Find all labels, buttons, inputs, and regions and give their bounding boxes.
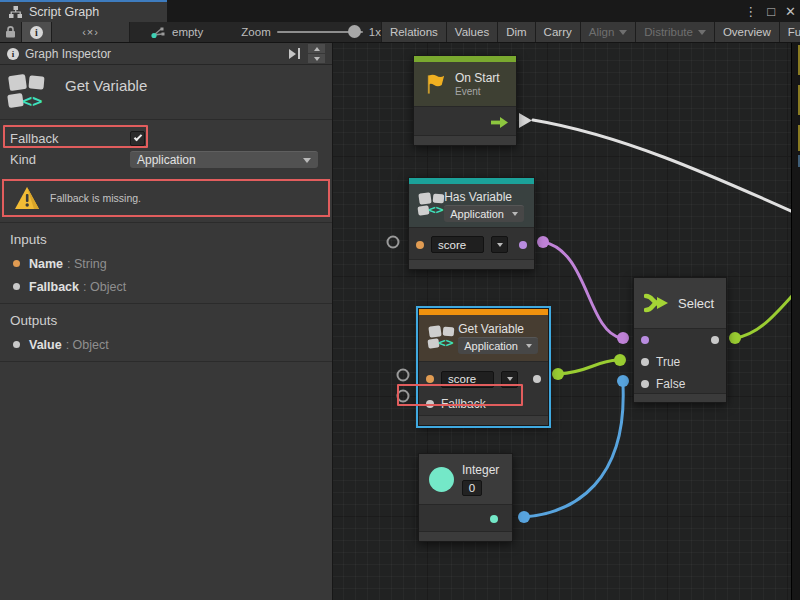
code-icon: ‹×› [82,26,99,38]
node-header: Select [634,278,726,328]
breadcrumb-empty-label[interactable]: empty [172,26,203,38]
unit-header: <> Get Variable [0,65,332,120]
zoom-slider-handle[interactable] [348,25,361,38]
port-selection-output[interactable] [711,336,719,344]
title-bar: Script Graph ⋮ □ ✕ [0,0,800,22]
unit-title: Get Variable [65,74,147,94]
port-integer-output[interactable] [518,511,530,523]
fallback-property-label: Fallback [10,131,58,146]
node-body [419,504,512,532]
control-arrow-icon[interactable] [491,117,508,128]
control-output-triangle-port[interactable] [519,113,532,128]
node-header: <> Get Variable Application [419,315,548,361]
chevron-down-icon [698,30,706,35]
graph-inspector-panel: i Graph Inspector <> Get Variable Fallba… [0,43,333,600]
wire-on-start [533,120,800,215]
info-icon: i [7,48,19,60]
port-fallback-input[interactable] [426,400,434,408]
toolbar-left-group: i ‹×› [0,22,130,42]
full-screen-button[interactable]: Full Screen [780,22,800,42]
warning-icon [14,186,40,210]
divider [0,361,332,362]
ring-port-get-variable-name[interactable] [398,370,409,381]
node-on-start[interactable]: On Start Event [413,55,517,146]
spinner-down-button[interactable] [308,54,325,63]
node-footer [419,416,548,425]
variable-kind-dropdown[interactable]: Application [444,205,524,222]
node-subtitle: Event [455,86,500,97]
port-select-output[interactable] [729,332,741,344]
variable-kind-dropdown[interactable]: Application [458,337,538,354]
variable-icon: <> [419,192,436,219]
kind-dropdown[interactable]: Application [130,151,318,168]
graph-toolbar: i ‹×› empty Zoom 1x Relations Values Dim [0,22,800,43]
port-select-false-input[interactable] [617,375,629,387]
node-has-variable[interactable]: <> Has Variable Application score [408,177,535,270]
tab-script-graph[interactable]: Script Graph [0,0,167,22]
port-get-variable-output[interactable] [552,368,564,380]
close-icon[interactable]: ✕ [785,4,796,19]
port-select-true-input[interactable] [614,354,626,366]
node-select[interactable]: Select True False [633,277,727,403]
inputs-section-title: Inputs [0,223,332,252]
fallback-port-label: Fallback [441,397,486,411]
node-footer [414,136,516,145]
port-name-input[interactable] [416,241,424,249]
chevron-down-icon [507,377,513,381]
node-header: On Start Event [414,62,516,106]
wires-layer [333,43,800,600]
distribute-dropdown[interactable]: Distribute [636,22,715,42]
integer-value-field[interactable]: 0 [462,480,482,496]
node-body: score Fallback [419,361,548,416]
relations-button[interactable]: Relations [381,22,447,42]
info-toggle-button[interactable]: i [22,22,52,42]
maximize-icon[interactable]: □ [767,4,775,19]
port-false-input[interactable] [641,380,649,388]
variable-name-field[interactable]: score [431,236,484,253]
ring-port-get-variable-fallback[interactable] [398,391,409,402]
node-title: Integer [462,463,499,477]
ring-port-has-variable[interactable] [388,237,399,248]
node-body: score [409,227,534,260]
toolbar-right-group: Relations Values Dim Carry Align Distrib… [381,22,800,42]
node-title: On Start [455,71,500,85]
node-footer [634,394,726,402]
info-icon: i [30,26,43,39]
fallback-property-row: Fallback [0,128,332,149]
zoom-slider[interactable] [277,31,363,33]
variable-name-field[interactable]: score [441,371,494,388]
overview-button[interactable]: Overview [715,22,780,42]
spinner-up-button[interactable] [308,44,325,53]
variable-icon: <> [429,325,450,352]
port-true-input[interactable] [641,358,649,366]
variable-name-picker[interactable] [501,371,518,388]
node-title: Select [678,296,714,311]
dim-button[interactable]: Dim [498,22,535,42]
node-integer[interactable]: Integer 0 [418,453,513,542]
chevron-down-icon [303,158,311,163]
node-get-variable[interactable]: <> Get Variable Application score [418,308,549,426]
values-button[interactable]: Values [447,22,498,42]
align-dropdown[interactable]: Align [581,22,637,42]
output-port-row-value: Value : Object [0,333,332,356]
node-header: Integer 0 [419,454,512,504]
fallback-checkbox[interactable] [130,131,145,146]
port-integer-value-output[interactable] [490,515,498,523]
variable-name-picker[interactable] [491,236,508,253]
port-dot-icon [13,283,20,290]
dock-panel-icon[interactable] [289,48,300,59]
port-select-condition-input[interactable] [617,332,629,344]
code-preview-button[interactable]: ‹×› [52,22,130,42]
right-edge-strip [791,43,800,600]
port-dot-icon [13,341,20,348]
lock-icon [5,26,16,38]
port-result-output[interactable] [519,241,527,249]
port-has-variable-output[interactable] [537,236,549,248]
lock-button[interactable] [0,22,22,42]
port-value-output[interactable] [533,375,541,383]
graph-canvas[interactable]: On Start Event <> Has Var [333,43,800,600]
carry-button[interactable]: Carry [536,22,581,42]
port-condition-input[interactable] [641,336,649,344]
menu-icon[interactable]: ⋮ [744,4,757,19]
port-name-input[interactable] [426,375,434,383]
